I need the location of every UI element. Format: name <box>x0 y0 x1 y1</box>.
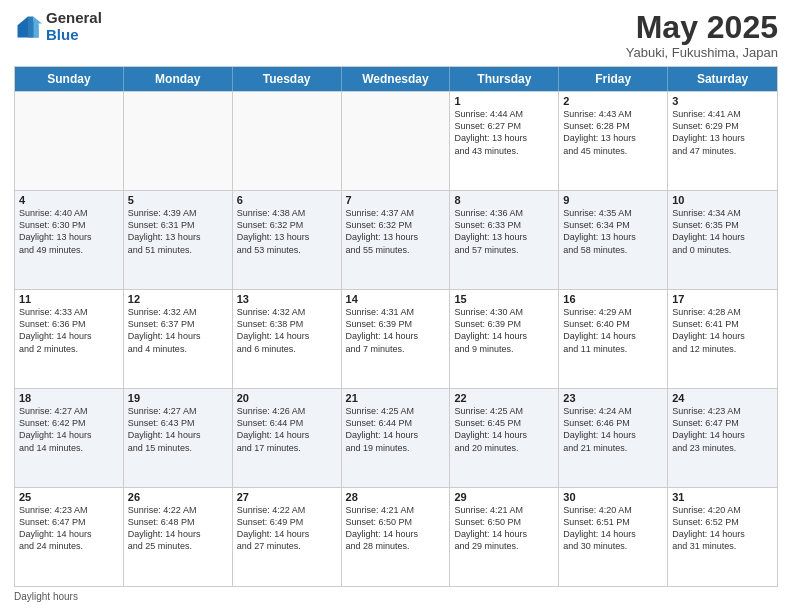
day-info: Sunrise: 4:25 AM Sunset: 6:45 PM Dayligh… <box>454 405 554 454</box>
day-cell-27: 27Sunrise: 4:22 AM Sunset: 6:49 PM Dayli… <box>233 488 342 586</box>
page: General Blue May 2025 Yabuki, Fukushima,… <box>0 0 792 612</box>
day-number: 23 <box>563 392 663 404</box>
day-info: Sunrise: 4:35 AM Sunset: 6:34 PM Dayligh… <box>563 207 663 256</box>
daylight-hours-label: Daylight hours <box>14 591 78 602</box>
day-info: Sunrise: 4:41 AM Sunset: 6:29 PM Dayligh… <box>672 108 773 157</box>
day-info: Sunrise: 4:21 AM Sunset: 6:50 PM Dayligh… <box>454 504 554 553</box>
day-number: 2 <box>563 95 663 107</box>
day-info: Sunrise: 4:44 AM Sunset: 6:27 PM Dayligh… <box>454 108 554 157</box>
logo-blue-text: Blue <box>46 27 102 44</box>
day-cell-16: 16Sunrise: 4:29 AM Sunset: 6:40 PM Dayli… <box>559 290 668 388</box>
day-cell-12: 12Sunrise: 4:32 AM Sunset: 6:37 PM Dayli… <box>124 290 233 388</box>
day-number: 25 <box>19 491 119 503</box>
day-number: 15 <box>454 293 554 305</box>
svg-marker-2 <box>28 16 33 37</box>
day-number: 3 <box>672 95 773 107</box>
day-info: Sunrise: 4:27 AM Sunset: 6:43 PM Dayligh… <box>128 405 228 454</box>
day-number: 5 <box>128 194 228 206</box>
day-info: Sunrise: 4:20 AM Sunset: 6:51 PM Dayligh… <box>563 504 663 553</box>
day-info: Sunrise: 4:25 AM Sunset: 6:44 PM Dayligh… <box>346 405 446 454</box>
day-number: 6 <box>237 194 337 206</box>
svg-marker-1 <box>33 16 42 37</box>
day-number: 18 <box>19 392 119 404</box>
day-cell-13: 13Sunrise: 4:32 AM Sunset: 6:38 PM Dayli… <box>233 290 342 388</box>
day-cell-10: 10Sunrise: 4:34 AM Sunset: 6:35 PM Dayli… <box>668 191 777 289</box>
empty-cell <box>233 92 342 190</box>
day-info: Sunrise: 4:24 AM Sunset: 6:46 PM Dayligh… <box>563 405 663 454</box>
day-number: 27 <box>237 491 337 503</box>
empty-cell <box>15 92 124 190</box>
day-cell-5: 5Sunrise: 4:39 AM Sunset: 6:31 PM Daylig… <box>124 191 233 289</box>
footer: Daylight hours <box>14 591 778 602</box>
logo-general-text: General <box>46 10 102 27</box>
calendar-header: SundayMondayTuesdayWednesdayThursdayFrid… <box>15 67 777 91</box>
day-cell-23: 23Sunrise: 4:24 AM Sunset: 6:46 PM Dayli… <box>559 389 668 487</box>
day-cell-28: 28Sunrise: 4:21 AM Sunset: 6:50 PM Dayli… <box>342 488 451 586</box>
day-info: Sunrise: 4:39 AM Sunset: 6:31 PM Dayligh… <box>128 207 228 256</box>
calendar-body: 1Sunrise: 4:44 AM Sunset: 6:27 PM Daylig… <box>15 91 777 586</box>
logo-text: General Blue <box>46 10 102 43</box>
day-cell-17: 17Sunrise: 4:28 AM Sunset: 6:41 PM Dayli… <box>668 290 777 388</box>
day-number: 30 <box>563 491 663 503</box>
day-info: Sunrise: 4:38 AM Sunset: 6:32 PM Dayligh… <box>237 207 337 256</box>
day-cell-18: 18Sunrise: 4:27 AM Sunset: 6:42 PM Dayli… <box>15 389 124 487</box>
day-info: Sunrise: 4:36 AM Sunset: 6:33 PM Dayligh… <box>454 207 554 256</box>
logo: General Blue <box>14 10 102 43</box>
day-number: 19 <box>128 392 228 404</box>
day-info: Sunrise: 4:22 AM Sunset: 6:48 PM Dayligh… <box>128 504 228 553</box>
day-cell-22: 22Sunrise: 4:25 AM Sunset: 6:45 PM Dayli… <box>450 389 559 487</box>
day-cell-11: 11Sunrise: 4:33 AM Sunset: 6:36 PM Dayli… <box>15 290 124 388</box>
day-cell-29: 29Sunrise: 4:21 AM Sunset: 6:50 PM Dayli… <box>450 488 559 586</box>
day-cell-30: 30Sunrise: 4:20 AM Sunset: 6:51 PM Dayli… <box>559 488 668 586</box>
day-cell-19: 19Sunrise: 4:27 AM Sunset: 6:43 PM Dayli… <box>124 389 233 487</box>
day-info: Sunrise: 4:30 AM Sunset: 6:39 PM Dayligh… <box>454 306 554 355</box>
day-info: Sunrise: 4:22 AM Sunset: 6:49 PM Dayligh… <box>237 504 337 553</box>
day-info: Sunrise: 4:26 AM Sunset: 6:44 PM Dayligh… <box>237 405 337 454</box>
calendar-row-0: 1Sunrise: 4:44 AM Sunset: 6:27 PM Daylig… <box>15 91 777 190</box>
header-day-tuesday: Tuesday <box>233 67 342 91</box>
day-cell-24: 24Sunrise: 4:23 AM Sunset: 6:47 PM Dayli… <box>668 389 777 487</box>
day-number: 7 <box>346 194 446 206</box>
empty-cell <box>342 92 451 190</box>
day-cell-20: 20Sunrise: 4:26 AM Sunset: 6:44 PM Dayli… <box>233 389 342 487</box>
day-number: 8 <box>454 194 554 206</box>
header-day-thursday: Thursday <box>450 67 559 91</box>
day-number: 17 <box>672 293 773 305</box>
day-info: Sunrise: 4:29 AM Sunset: 6:40 PM Dayligh… <box>563 306 663 355</box>
day-cell-9: 9Sunrise: 4:35 AM Sunset: 6:34 PM Daylig… <box>559 191 668 289</box>
day-number: 21 <box>346 392 446 404</box>
day-cell-15: 15Sunrise: 4:30 AM Sunset: 6:39 PM Dayli… <box>450 290 559 388</box>
day-cell-2: 2Sunrise: 4:43 AM Sunset: 6:28 PM Daylig… <box>559 92 668 190</box>
day-cell-8: 8Sunrise: 4:36 AM Sunset: 6:33 PM Daylig… <box>450 191 559 289</box>
day-cell-14: 14Sunrise: 4:31 AM Sunset: 6:39 PM Dayli… <box>342 290 451 388</box>
header: General Blue May 2025 Yabuki, Fukushima,… <box>14 10 778 60</box>
day-number: 11 <box>19 293 119 305</box>
day-cell-31: 31Sunrise: 4:20 AM Sunset: 6:52 PM Dayli… <box>668 488 777 586</box>
day-number: 20 <box>237 392 337 404</box>
location: Yabuki, Fukushima, Japan <box>626 45 778 60</box>
day-cell-26: 26Sunrise: 4:22 AM Sunset: 6:48 PM Dayli… <box>124 488 233 586</box>
day-number: 13 <box>237 293 337 305</box>
day-info: Sunrise: 4:34 AM Sunset: 6:35 PM Dayligh… <box>672 207 773 256</box>
day-info: Sunrise: 4:33 AM Sunset: 6:36 PM Dayligh… <box>19 306 119 355</box>
day-info: Sunrise: 4:37 AM Sunset: 6:32 PM Dayligh… <box>346 207 446 256</box>
day-number: 29 <box>454 491 554 503</box>
header-day-monday: Monday <box>124 67 233 91</box>
day-number: 12 <box>128 293 228 305</box>
calendar: SundayMondayTuesdayWednesdayThursdayFrid… <box>14 66 778 587</box>
header-day-wednesday: Wednesday <box>342 67 451 91</box>
title-block: May 2025 Yabuki, Fukushima, Japan <box>626 10 778 60</box>
day-info: Sunrise: 4:43 AM Sunset: 6:28 PM Dayligh… <box>563 108 663 157</box>
day-number: 4 <box>19 194 119 206</box>
day-cell-21: 21Sunrise: 4:25 AM Sunset: 6:44 PM Dayli… <box>342 389 451 487</box>
day-info: Sunrise: 4:32 AM Sunset: 6:37 PM Dayligh… <box>128 306 228 355</box>
day-number: 24 <box>672 392 773 404</box>
day-number: 16 <box>563 293 663 305</box>
day-info: Sunrise: 4:28 AM Sunset: 6:41 PM Dayligh… <box>672 306 773 355</box>
day-number: 14 <box>346 293 446 305</box>
day-number: 1 <box>454 95 554 107</box>
day-info: Sunrise: 4:27 AM Sunset: 6:42 PM Dayligh… <box>19 405 119 454</box>
day-cell-1: 1Sunrise: 4:44 AM Sunset: 6:27 PM Daylig… <box>450 92 559 190</box>
day-info: Sunrise: 4:32 AM Sunset: 6:38 PM Dayligh… <box>237 306 337 355</box>
header-day-friday: Friday <box>559 67 668 91</box>
